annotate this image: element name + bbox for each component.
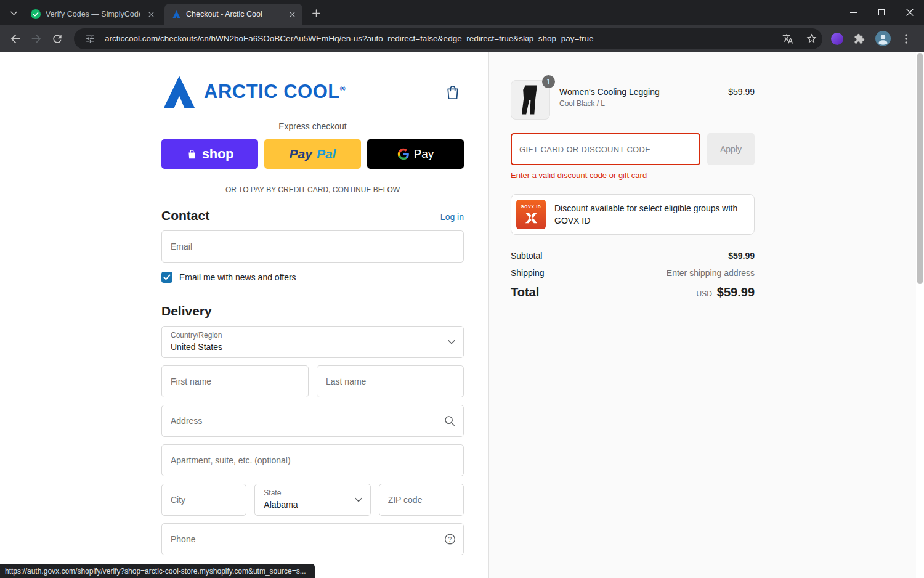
- govx-banner-text: Discount available for select eligible g…: [554, 202, 744, 227]
- help-circle-icon[interactable]: ?: [444, 534, 456, 545]
- tab-close-icon[interactable]: [145, 9, 156, 20]
- scrollbar-thumb[interactable]: [917, 53, 923, 284]
- apply-discount-button[interactable]: Apply: [707, 133, 755, 165]
- paypal-wordmark-pal: Pal: [317, 147, 336, 161]
- phone-field[interactable]: [161, 523, 464, 555]
- discount-code-field[interactable]: [511, 133, 700, 165]
- country-select[interactable]: Country/Region United States: [161, 326, 464, 358]
- tab-separator: [163, 9, 163, 20]
- subtotal-label: Subtotal: [511, 251, 542, 261]
- registered-mark: ®: [340, 84, 346, 93]
- quantity-badge: 1: [542, 75, 555, 88]
- first-name-field[interactable]: [161, 365, 309, 397]
- checkout-header: ARCTIC COOL®: [161, 73, 464, 111]
- credit-card-divider: OR TO PAY BY CREDIT CARD, CONTINUE BELOW: [161, 185, 464, 194]
- url-text[interactable]: arcticcool.com/checkouts/cn/hWN2boFa6SOo…: [105, 34, 773, 43]
- leggings-image: [513, 82, 548, 118]
- chevron-down-icon: [448, 340, 455, 344]
- paypal-button[interactable]: PayPal: [264, 139, 361, 169]
- divider-text: OR TO PAY BY CREDIT CARD, CONTINUE BELOW: [225, 185, 400, 194]
- shop-bag-icon: [186, 149, 198, 160]
- reload-button[interactable]: [47, 28, 68, 49]
- back-button[interactable]: [5, 28, 26, 49]
- delivery-heading: Delivery: [161, 304, 464, 319]
- govx-discount-banner[interactable]: GOVX ID Discount available for select el…: [511, 194, 755, 235]
- google-g-icon: [397, 148, 410, 160]
- site-info-icon[interactable]: [81, 30, 99, 47]
- govx-logo: GOVX ID: [516, 200, 546, 229]
- product-variant: Cool Black / L: [559, 99, 755, 108]
- newsletter-checkbox[interactable]: [161, 272, 172, 283]
- contact-heading: Contact: [161, 208, 209, 223]
- page-scrollbar[interactable]: [916, 52, 924, 578]
- discount-error-message: Enter a valid discount code or gift card: [511, 171, 755, 180]
- totals-section: Subtotal $59.99 Shipping Enter shipping …: [511, 251, 755, 299]
- login-link[interactable]: Log in: [440, 212, 464, 222]
- new-tab-button[interactable]: [307, 4, 325, 22]
- shipping-label: Shipping: [511, 268, 545, 278]
- govx-logo-text: GOVX ID: [521, 205, 541, 209]
- bookmark-star-icon[interactable]: [803, 30, 820, 47]
- express-checkout-buttons: shop PayPal Pay: [161, 139, 464, 169]
- apartment-field[interactable]: [161, 444, 464, 476]
- tab-checkout-arctic-cool[interactable]: Checkout - Arctic Cool: [164, 4, 302, 25]
- zip-code-field[interactable]: [379, 484, 464, 516]
- product-price: $59.99: [728, 87, 755, 97]
- shop-pay-label: shop: [202, 146, 233, 162]
- simplycodes-favicon-icon: [31, 9, 41, 19]
- toolbar-right-cluster: [829, 30, 919, 47]
- maximize-button[interactable]: [867, 0, 896, 25]
- total-currency: USD: [696, 290, 711, 298]
- tab-close-icon[interactable]: [286, 9, 298, 20]
- check-icon: [163, 274, 171, 280]
- arctic-cool-favicon-icon: [172, 10, 181, 19]
- store-logo[interactable]: ARCTIC COOL®: [161, 76, 346, 108]
- svg-text:?: ?: [448, 536, 452, 543]
- translate-icon[interactable]: [779, 30, 796, 47]
- address-bar[interactable]: arcticcool.com/checkouts/cn/hWN2boFa6SOo…: [74, 28, 822, 49]
- profile-avatar[interactable]: [875, 31, 891, 46]
- extensions-puzzle-icon[interactable]: [851, 30, 868, 47]
- express-checkout-title: Express checkout: [161, 121, 464, 131]
- cart-line-item: 1 Women's Cooling Legging $59.99 Cool Bl…: [511, 80, 755, 120]
- product-name: Women's Cooling Legging: [559, 87, 660, 97]
- menu-kebab-icon[interactable]: [898, 31, 914, 47]
- simplycodes-extension-icon[interactable]: [831, 33, 843, 45]
- close-window-button[interactable]: [896, 0, 924, 25]
- status-link-text: https://auth.govx.com/shopify/verify?sho…: [5, 567, 306, 576]
- total-label: Total: [511, 285, 539, 299]
- paypal-wordmark-pay: Pay: [290, 147, 312, 161]
- email-field[interactable]: [161, 230, 464, 263]
- order-summary: 1 Women's Cooling Legging $59.99 Cool Bl…: [488, 52, 924, 578]
- search-icon: [444, 415, 456, 427]
- shop-pay-button[interactable]: shop: [161, 139, 258, 169]
- address-field[interactable]: [161, 405, 464, 437]
- city-field[interactable]: [161, 484, 246, 516]
- tab-title: Verify Codes — SimplyCodes: [46, 10, 140, 18]
- tab-strip: Verify Codes — SimplyCodes Checkout - Ar…: [0, 0, 924, 25]
- divider-line: [161, 190, 216, 190]
- browser-toolbar: arcticcool.com/checkouts/cn/hWN2boFa6SOo…: [0, 25, 924, 52]
- state-select[interactable]: State Alabama: [254, 484, 370, 516]
- subtotal-value: $59.99: [728, 251, 755, 261]
- shipping-value: Enter shipping address: [667, 268, 755, 278]
- forward-button[interactable]: [26, 28, 47, 49]
- cart-icon[interactable]: [442, 81, 464, 103]
- google-pay-button[interactable]: Pay: [367, 139, 464, 169]
- total-value: $59.99: [717, 285, 755, 299]
- product-thumbnail: 1: [511, 80, 550, 120]
- minimize-button[interactable]: [839, 0, 867, 25]
- checkout-page: ARCTIC COOL® Express checkout shop PayPa…: [0, 52, 924, 578]
- last-name-field[interactable]: [317, 365, 464, 397]
- tab-search-chevron-icon[interactable]: [5, 4, 22, 22]
- link-preview-status-bar: https://auth.govx.com/shopify/verify?sho…: [0, 564, 315, 578]
- country-label: Country/Region: [171, 332, 442, 340]
- govx-x-icon: [524, 211, 538, 225]
- country-value: United States: [171, 342, 442, 352]
- state-label: State: [264, 489, 349, 498]
- tab-title: Checkout - Arctic Cool: [186, 10, 282, 18]
- tab-simplycodes[interactable]: Verify Codes — SimplyCodes: [23, 4, 161, 25]
- chevron-down-icon: [355, 497, 362, 502]
- newsletter-label: Email me with news and offers: [179, 272, 296, 282]
- checkout-main: ARCTIC COOL® Express checkout shop PayPa…: [0, 52, 488, 578]
